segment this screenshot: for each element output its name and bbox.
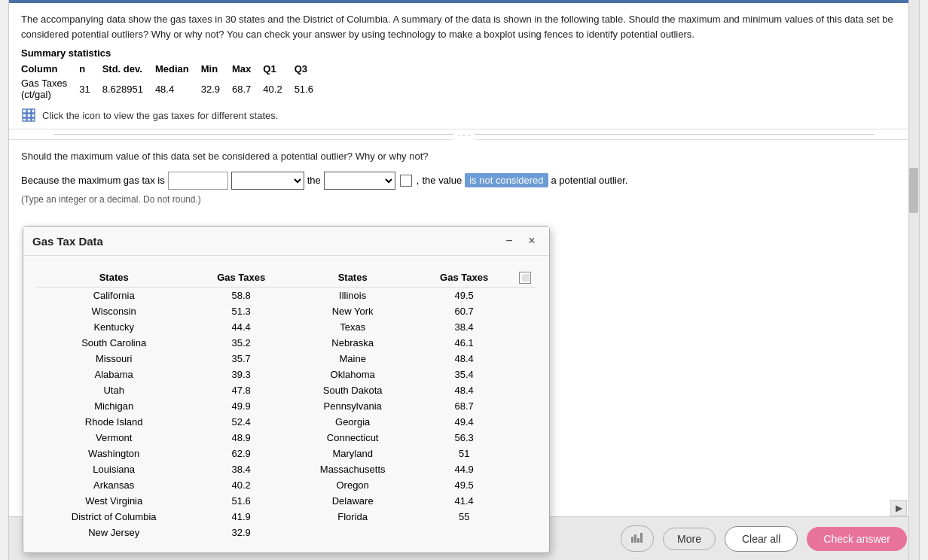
- tax-col-1: 39.3: [192, 367, 290, 382]
- tax-col-1: 38.4: [192, 461, 290, 477]
- suffix-text: a potential outlier.: [551, 175, 628, 186]
- answer-prefix: Because the maximum gas tax is: [21, 175, 165, 186]
- tax-col-1: 62.9: [192, 446, 290, 461]
- divider-dots: · · ·: [453, 129, 475, 140]
- minimize-button[interactable]: −: [501, 233, 517, 249]
- state-col-2: Florida: [290, 509, 415, 525]
- row-stddev: 8.628951: [102, 76, 155, 102]
- state-col-1: California: [35, 288, 192, 304]
- answer-row: Because the maximum gas tax is greater t…: [21, 172, 907, 190]
- col-header-stddev: Std. dev.: [102, 62, 155, 76]
- table-row: Missouri 35.7 Maine 48.4: [35, 351, 537, 367]
- tax-col-1: 51.3: [192, 303, 290, 319]
- state-col-2: Connecticut: [290, 430, 415, 446]
- tax-col-2: 68.7: [415, 398, 513, 414]
- table-row: South Carolina 35.2 Nebraska 46.1: [35, 335, 537, 351]
- row-column-name: Gas Taxes(ct/gal): [21, 76, 79, 102]
- row-n: 31: [79, 76, 102, 102]
- state-col-1: Utah: [35, 382, 192, 398]
- expand-icon[interactable]: ⬜: [519, 272, 531, 284]
- svg-rect-3: [23, 114, 26, 117]
- scrollbar[interactable]: [908, 0, 919, 560]
- modal-body: States Gas Taxes States Gas Taxes ⬜ Cali…: [23, 256, 549, 552]
- tax-col-1: 35.7: [192, 351, 290, 367]
- summary-table: Column n Std. dev. Median Min Max Q1 Q3 …: [21, 62, 325, 102]
- svg-rect-6: [23, 118, 26, 121]
- state-col-2: Oklahoma: [290, 367, 415, 382]
- state-col-1: District of Columbia: [35, 509, 192, 525]
- icon-link-text: Click the icon to view the gas taxes for…: [42, 110, 278, 121]
- state-col-1: Alabama: [35, 367, 192, 382]
- table-row: Vermont 48.9 Connecticut 56.3: [35, 430, 537, 446]
- state-col-2: Texas: [290, 319, 415, 335]
- state-col-2: South Dakota: [290, 382, 415, 398]
- tax-col-1: 51.6: [192, 493, 290, 509]
- tax-col-1: 48.9: [192, 430, 290, 446]
- state-col-2: Nebraska: [290, 335, 415, 351]
- svg-rect-8: [32, 118, 35, 121]
- state-col-2: Georgia: [290, 414, 415, 430]
- clear-all-button[interactable]: Clear all: [725, 526, 798, 552]
- close-button[interactable]: ×: [524, 233, 540, 249]
- col-gastax-1: Gas Taxes: [192, 268, 290, 288]
- icon-link-area[interactable]: Click the icon to view the gas taxes for…: [21, 108, 907, 123]
- svg-rect-1: [27, 109, 31, 113]
- table-row: Rhode Island 52.4 Georgia 49.4: [35, 414, 537, 430]
- table-row: West Virginia 51.6 Delaware 41.4: [35, 493, 537, 509]
- col-states-1: States: [35, 268, 192, 288]
- grid-icon[interactable]: [21, 108, 36, 123]
- state-col-2: Maine: [290, 351, 415, 367]
- table-row: New Jersey 32.9: [35, 525, 537, 540]
- value-input[interactable]: [168, 172, 228, 190]
- state-col-2: Illinois: [290, 288, 415, 304]
- state-col-2: Delaware: [290, 493, 415, 509]
- state-col-1: Michigan: [35, 398, 192, 414]
- tax-col-1: 35.2: [192, 335, 290, 351]
- row-min: 32.9: [201, 76, 232, 102]
- col-header-q1: Q1: [263, 62, 294, 76]
- state-col-2: Pennsylvania: [290, 398, 415, 414]
- tax-col-2: 49.5: [415, 477, 513, 493]
- state-col-2: Maryland: [290, 446, 415, 461]
- state-col-1: Washington: [35, 446, 192, 461]
- gas-tax-modal: Gas Tax Data − × States Gas Taxes States…: [23, 226, 550, 553]
- state-col-1: Vermont: [35, 430, 192, 446]
- svg-rect-11: [637, 538, 640, 543]
- checkbox[interactable]: [400, 175, 412, 187]
- svg-rect-2: [32, 109, 35, 113]
- tax-col-2: 48.4: [415, 351, 513, 367]
- more-button[interactable]: More: [663, 528, 716, 550]
- tax-col-2: [415, 525, 513, 540]
- scrollbar-thumb[interactable]: [909, 168, 918, 213]
- state-col-1: Arkansas: [35, 477, 192, 493]
- tax-col-1: 58.8: [192, 288, 290, 304]
- comparison-dropdown[interactable]: greater than less than equal to: [231, 172, 304, 190]
- tax-col-2: 41.4: [415, 493, 513, 509]
- hint-text: (Type an integer or a decimal. Do not ro…: [21, 194, 907, 205]
- row-median: 48.4: [155, 76, 201, 102]
- fence-dropdown[interactable]: upper fence lower fence: [324, 172, 395, 190]
- table-row: Louisiana 38.4 Massachusetts 44.9: [35, 461, 537, 477]
- tax-col-1: 41.9: [192, 509, 290, 525]
- table-row: Wisconsin 51.3 New York 60.7: [35, 303, 537, 319]
- state-col-1: Rhode Island: [35, 414, 192, 430]
- col-gastax-2: Gas Taxes: [415, 268, 513, 288]
- data-table: States Gas Taxes States Gas Taxes ⬜ Cali…: [35, 268, 537, 540]
- scroll-right-arrow[interactable]: ▶: [890, 500, 907, 516]
- table-row: Washington 62.9 Maryland 51: [35, 446, 537, 461]
- question2-area: Should the maximum value of this data se…: [9, 140, 919, 211]
- tax-col-1: 47.8: [192, 382, 290, 398]
- state-col-1: Kentucky: [35, 319, 192, 335]
- graph-button[interactable]: [621, 525, 654, 552]
- tax-col-2: 51: [415, 446, 513, 461]
- check-answer-button[interactable]: Check answer: [807, 527, 907, 551]
- col-header-median: Median: [155, 62, 201, 76]
- svg-rect-9: [631, 537, 633, 543]
- tax-col-2: 49.5: [415, 288, 513, 304]
- col-states-2: States: [290, 268, 415, 288]
- table-row: Alabama 39.3 Oklahoma 35.4: [35, 367, 537, 382]
- state-col-1: Wisconsin: [35, 303, 192, 319]
- tax-col-2: 48.4: [415, 382, 513, 398]
- col-header-min: Min: [201, 62, 232, 76]
- tax-col-2: 49.4: [415, 414, 513, 430]
